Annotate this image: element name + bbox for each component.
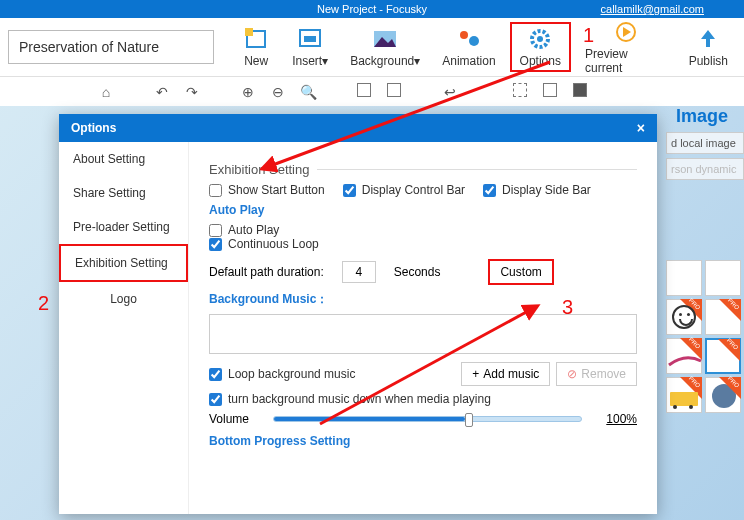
- select-tool[interactable]: [512, 83, 528, 100]
- zoom-in-icon[interactable]: ⊕: [240, 84, 256, 100]
- dialog-title-text: Options: [71, 121, 116, 135]
- insert-icon: [296, 26, 324, 52]
- background-label: Background▾: [350, 54, 420, 68]
- svg-marker-12: [701, 30, 715, 47]
- svg-rect-1: [245, 28, 253, 36]
- autoplay-checkbox[interactable]: Auto Play: [209, 223, 637, 237]
- asset-grid: [666, 260, 744, 413]
- rect-tool-d[interactable]: [572, 83, 588, 100]
- titlebar: New Project - Focusky callamilk@gmail.co…: [0, 0, 744, 18]
- new-icon: [242, 26, 270, 52]
- bottom-progress-heading: Bottom Progress Setting: [209, 434, 637, 448]
- side-panel-title: Image: [676, 106, 728, 127]
- volume-percent: 100%: [606, 412, 637, 426]
- home-icon[interactable]: ⌂: [98, 84, 114, 100]
- play-icon: [612, 19, 640, 45]
- svg-rect-3: [304, 36, 316, 42]
- callout-1: 1: [583, 24, 594, 47]
- redo-icon[interactable]: ↷: [184, 84, 200, 100]
- volume-slider[interactable]: [273, 416, 582, 422]
- svg-point-6: [460, 31, 468, 39]
- seconds-label: Seconds: [394, 265, 441, 279]
- asset-tile[interactable]: [666, 260, 702, 296]
- background-button[interactable]: Background▾: [342, 24, 428, 70]
- asset-tile[interactable]: [666, 338, 702, 374]
- remove-music-button[interactable]: ⊘Remove: [556, 362, 637, 386]
- duration-input[interactable]: [342, 261, 376, 283]
- custom-button[interactable]: Custom: [488, 259, 553, 285]
- add-music-button[interactable]: +Add music: [461, 362, 550, 386]
- background-icon: [371, 26, 399, 52]
- new-button[interactable]: New: [234, 24, 278, 70]
- asset-tile[interactable]: [705, 260, 741, 296]
- display-ctrl-checkbox[interactable]: Display Control Bar: [343, 183, 465, 197]
- insert-label: Insert▾: [292, 54, 328, 68]
- rect-tool-c[interactable]: [542, 83, 558, 100]
- svg-point-9: [537, 36, 543, 42]
- dialog-content: Exhibition Setting Show Start Button Dis…: [189, 142, 657, 514]
- tab-about[interactable]: About Setting: [59, 142, 188, 176]
- continuous-loop-checkbox[interactable]: Continuous Loop: [209, 237, 637, 251]
- asset-tile[interactable]: [705, 377, 741, 413]
- tab-exhibition[interactable]: Exhibition Setting: [59, 244, 188, 282]
- preview-label: Preview current: [585, 47, 667, 75]
- show-start-checkbox[interactable]: Show Start Button: [209, 183, 325, 197]
- undo-icon[interactable]: ↶: [154, 84, 170, 100]
- remove-icon: ⊘: [567, 367, 577, 381]
- gear-icon: [526, 26, 554, 52]
- duration-label: Default path duration:: [209, 265, 324, 279]
- zoom-out-icon[interactable]: ⊖: [270, 84, 286, 100]
- autoplay-heading: Auto Play: [209, 203, 637, 217]
- side-panel: d local image rson dynamic: [666, 132, 744, 184]
- stage: Image d local image rson dynamic Options…: [0, 106, 744, 520]
- plus-icon: +: [472, 367, 479, 381]
- person-dynamic[interactable]: rson dynamic: [666, 158, 744, 180]
- music-list[interactable]: [209, 314, 637, 354]
- close-icon[interactable]: ×: [637, 120, 645, 136]
- rect-tool-a[interactable]: [356, 83, 372, 100]
- ribbon: New Insert▾ Background▾ Animation Option…: [0, 18, 744, 76]
- insert-button[interactable]: Insert▾: [284, 24, 336, 70]
- animation-label: Animation: [442, 54, 495, 68]
- tab-share[interactable]: Share Setting: [59, 176, 188, 210]
- loop-music-checkbox[interactable]: Loop background music: [209, 367, 355, 381]
- asset-tile[interactable]: [705, 299, 741, 335]
- back-icon[interactable]: ↩: [442, 84, 458, 100]
- zoom-fit-icon[interactable]: 🔍: [300, 84, 316, 100]
- dialog-sidebar: About Setting Share Setting Pre-loader S…: [59, 142, 189, 514]
- animation-button[interactable]: Animation: [434, 24, 503, 70]
- upload-icon: [694, 26, 722, 52]
- display-side-checkbox[interactable]: Display Side Bar: [483, 183, 591, 197]
- tab-preloader[interactable]: Pre-loader Setting: [59, 210, 188, 244]
- add-local-image[interactable]: d local image: [666, 132, 744, 154]
- publish-label: Publish: [689, 54, 728, 68]
- project-name-input[interactable]: [8, 30, 214, 64]
- svg-point-7: [469, 36, 479, 46]
- exhibition-heading: Exhibition Setting: [209, 162, 637, 177]
- options-button[interactable]: Options: [510, 22, 571, 72]
- app-title: New Project - Focusky: [317, 3, 427, 15]
- dialog-title: Options ×: [59, 114, 657, 142]
- tab-logo[interactable]: Logo: [59, 282, 188, 316]
- new-label: New: [244, 54, 268, 68]
- publish-button[interactable]: Publish: [681, 24, 736, 70]
- options-label: Options: [520, 54, 561, 68]
- rect-tool-b[interactable]: [386, 83, 402, 100]
- turn-down-checkbox[interactable]: turn background music down when media pl…: [209, 392, 637, 406]
- asset-tile-selected[interactable]: [705, 338, 741, 374]
- asset-tile[interactable]: [666, 299, 702, 335]
- user-email[interactable]: callamilk@gmail.com: [601, 3, 704, 15]
- animation-icon: [455, 26, 483, 52]
- callout-2: 2: [38, 292, 49, 315]
- volume-label: Volume: [209, 412, 249, 426]
- toolbar: ⌂ ↶ ↷ ⊕ ⊖ 🔍 ↩: [0, 76, 744, 106]
- asset-tile[interactable]: [666, 377, 702, 413]
- callout-3: 3: [562, 296, 573, 319]
